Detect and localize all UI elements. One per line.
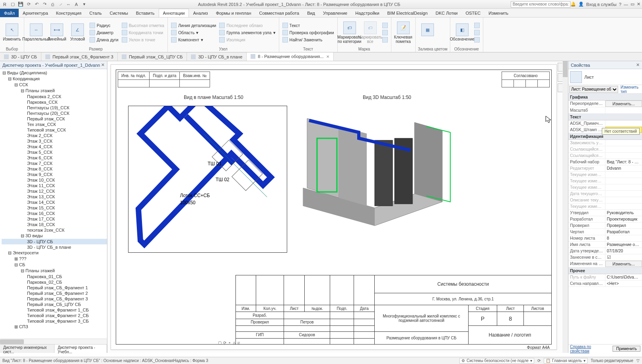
tab-dkc[interactable]: DKC Лотки [432, 9, 461, 17]
sym-2[interactable] [473, 29, 481, 36]
tree-floor-21[interactable]: Этаж 16_ССК [2, 211, 107, 216]
tag-all-button[interactable]: 🏷Маркировать все [361, 21, 380, 44]
find-button[interactable]: Найти/ Заменить [282, 37, 335, 43]
prop-row-13[interactable]: Описание текуще... [568, 197, 642, 203]
linear-dim-button[interactable]: ⟷Линейный [47, 23, 66, 41]
tab-file[interactable]: Файл [0, 9, 19, 17]
vb-5[interactable]: ⎚ [237, 341, 240, 345]
keynote-button[interactable]: 📝Ключевая пометка [394, 21, 413, 44]
sym-1[interactable] [473, 22, 481, 29]
restore-icon[interactable]: ▭ [630, 2, 634, 7]
vb-3[interactable]: ⚬ [228, 341, 231, 345]
mark-small-2[interactable] [381, 29, 389, 36]
more-icon[interactable]: ▾ [81, 1, 88, 8]
tree-electr[interactable]: ⊟ Электросети [2, 250, 107, 256]
tab-manage[interactable]: Управление [319, 9, 351, 17]
tab-systems[interactable]: Системы [106, 9, 132, 17]
dim-icon[interactable]: ↔ [65, 1, 72, 8]
footer-tab-sys[interactable]: Диспетчер инженерных сист... [0, 345, 54, 353]
prop-row-17[interactable]: ПроверилПроверил [568, 223, 642, 229]
doc-tab-2[interactable]: Первый этаж_СБ_ЦПУ СБ [118, 52, 187, 61]
tree-floorplans[interactable]: ⊟ Планы этажей [2, 88, 107, 94]
angular-dim-button[interactable]: ∠Угловой [68, 23, 87, 41]
doc-tab-3[interactable]: 3D - ЦПУ СБ_в плане [187, 52, 247, 61]
tree-sb-0[interactable]: Парковка_01_СБ [2, 274, 107, 279]
tab-annotate[interactable]: Аннотации [159, 9, 189, 17]
tree-floor-13[interactable]: Этаж 8_ССК [2, 166, 107, 172]
tree-floor-7[interactable]: Этаж 2_ССК [2, 133, 107, 138]
tab-bim[interactable]: BIM ElectricalDesign [383, 9, 432, 17]
tree-sb-plans[interactable]: ⊟ Планы этажей [2, 268, 107, 274]
signin-link[interactable]: Вход в службы [586, 2, 617, 7]
tree-3d-0[interactable]: 3D - ЦПУ СБ [2, 239, 107, 244]
apply-button[interactable]: Применить [613, 346, 640, 352]
browser-tree[interactable]: ⊟ Виды (Дисциплина) ⊟ Координация ⊟ ССК … [0, 69, 107, 339]
prop-row-8[interactable]: РедактируетDdvann [568, 165, 642, 172]
tree-floor-19[interactable]: Этаж 14_ССК [2, 199, 107, 205]
tab-struct[interactable]: Конструкция [52, 9, 86, 17]
prop-row-0[interactable]: Переопределения...Изменить... [568, 101, 642, 107]
edit-type-button[interactable]: Изменить тип [619, 85, 642, 94]
tree-sb-1[interactable]: Парковка_02_СБ [2, 279, 107, 285]
aligned-dim-button[interactable]: ↔Параллельный [27, 23, 46, 41]
sync-icon[interactable]: ⟳ [25, 1, 32, 8]
measure-icon[interactable]: ⟋ [57, 1, 64, 8]
prop-row-25[interactable]: Сетка направляю...<Нет> [568, 281, 642, 287]
tree-floor-6[interactable]: Типовой этаж_ССК [2, 127, 107, 133]
status-icon-1[interactable]: ⟳ [537, 358, 541, 363]
canvas-area[interactable]: Инв. № подл. Подп. и дата Взам.инв. № Со… [107, 61, 568, 353]
filter-select[interactable]: Лист: Размещение об [569, 86, 618, 93]
tree-floor-12[interactable]: Этаж 7_ССК [2, 161, 107, 166]
design-option-combo[interactable]: 📋 Главная модель ▾ [544, 358, 588, 364]
tree-sb-4[interactable]: Первый этаж_СБ_Фрагмент 3 [2, 296, 107, 302]
tree-sb-8[interactable]: Типовой этаж_Фрагмент 3_СБ [2, 318, 107, 324]
tree-floor-23[interactable]: Этаж 18_ССК [2, 222, 107, 227]
tree-3d-1[interactable]: 3D - ЦПУ СБ_в плане [2, 244, 107, 250]
text-button[interactable]: Текст [282, 22, 335, 29]
prop-row-15[interactable]: УтвердилРуководитель [568, 210, 642, 216]
arc-dim-button[interactable]: Длина дуги [89, 37, 119, 43]
cat-g2[interactable]: Текст [568, 114, 642, 120]
tree-sb-3[interactable]: Первый этаж_СБ_Фрагмент 2 [2, 290, 107, 296]
doc-tab-0[interactable]: 3D - ЦПУ СБ [0, 52, 41, 61]
plan-viewport[interactable]: ТШ 01 ТШ 02 Лоток СС+СБ 100x50 [128, 106, 287, 253]
footer-tab-proj[interactable]: Диспетчер проекта - Учебн... [54, 345, 107, 353]
symbol-button[interactable]: ◧Обозначение [453, 23, 472, 41]
tree-floor-14[interactable]: Этаж 9_ССК [2, 172, 107, 177]
prop-row-9[interactable]: Текущее изменен... [568, 172, 642, 178]
prop-row-2[interactable]: ADSK_Примечание [568, 120, 642, 127]
prop-row-5[interactable]: Ссылающийся ли... [568, 146, 642, 153]
tab-ostec[interactable]: OSTEC [461, 9, 484, 17]
spell-button[interactable]: Проверка орфографии [282, 29, 335, 36]
vb-4[interactable]: ◬ [233, 341, 236, 345]
tab-view[interactable]: Вид [303, 9, 319, 17]
tree-floor-0[interactable]: Парковка 2_ССК [2, 94, 107, 99]
prop-row-7[interactable]: Рабочий наборВид "Лист: 8 - Раз... [568, 159, 642, 165]
tree-floor-22[interactable]: Этаж 17_ССК [2, 216, 107, 222]
text-icon[interactable]: A [73, 1, 80, 8]
tree-floor-18[interactable]: Этаж 13_ССК [2, 194, 107, 199]
browser-hscroll[interactable] [0, 339, 107, 344]
tree-floor-9[interactable]: Этаж 4_ССК [2, 144, 107, 149]
vb-2[interactable]: ⟳ [223, 341, 226, 345]
cat-graphics[interactable]: Графика [568, 94, 642, 101]
tree-sb-2[interactable]: Первый этаж_СБ_Фрагмент 1 [2, 285, 107, 290]
prop-row-24[interactable]: Путь к файлуC:\Users\Ddvann\D... [568, 274, 642, 281]
prop-row-16[interactable]: РазработалПроектировщик [568, 216, 642, 223]
prop-row-18[interactable]: ЧертилРазработал [568, 229, 642, 235]
tree-3dviews[interactable]: ⊟ 3D виды [2, 233, 107, 239]
save-icon[interactable]: 💾 [18, 1, 24, 8]
tree-floor-17[interactable]: Этаж 12_ССК [2, 188, 107, 194]
prop-row-22[interactable]: Занесение в спис...☑ [568, 254, 642, 261]
tree-floor-2[interactable]: Пентхаусы (19)_ССК [2, 105, 107, 110]
tree-sb-7[interactable]: Типовой этаж_Фрагмент 2_СБ [2, 313, 107, 318]
modify-button[interactable]: ↖Изменить [2, 23, 21, 41]
tree-floor-11[interactable]: Этаж 6_ССК [2, 155, 107, 161]
tree-floor-1[interactable]: Парковка_ССК [2, 99, 107, 105]
close-tab-icon[interactable]: ✕ [326, 54, 329, 59]
doc-tab-1[interactable]: Первый этаж_СБ_Фрагмент 3 [41, 52, 118, 61]
tree-floor-8[interactable]: Этаж 3_ССК [2, 138, 107, 144]
tab-collab[interactable]: Совместная работа [255, 9, 303, 17]
tree-floor-3[interactable]: Пентхаусы (20)_ССК [2, 110, 107, 116]
app-icon[interactable]: R [2, 1, 8, 8]
